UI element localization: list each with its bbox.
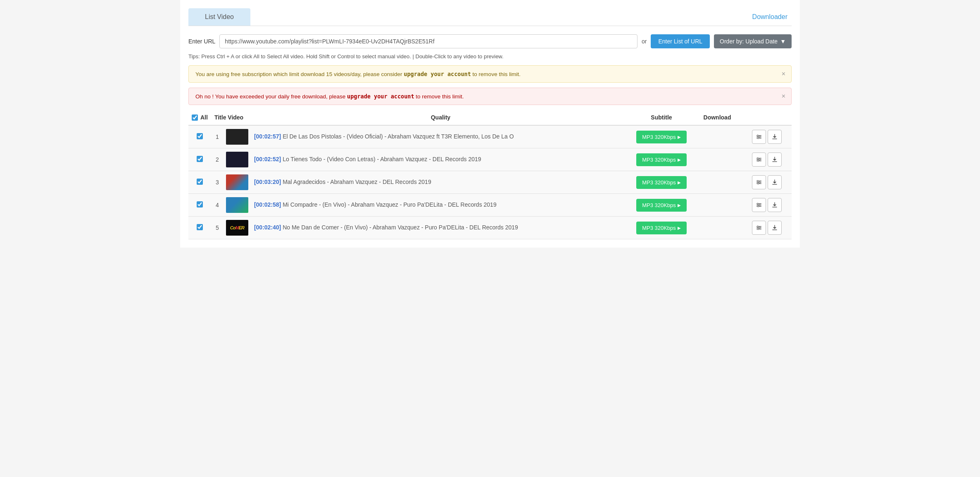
row-title[interactable]: [00:02:52] Lo Tienes Todo - (Video Con L… (251, 148, 630, 171)
quality-button[interactable]: MP3 320Kbps (636, 176, 687, 189)
row-download (742, 125, 792, 148)
svg-point-17 (758, 183, 759, 184)
row-title[interactable]: [00:02:58] Mi Compadre - (En Vivo) - Abr… (251, 194, 630, 217)
tab-list-video[interactable]: List Video (188, 8, 250, 26)
quality-button[interactable]: MP3 320Kbps (636, 199, 687, 212)
download-button[interactable] (768, 175, 782, 189)
row-subtitle (692, 194, 742, 217)
row-title[interactable]: [00:02:40] No Me Dan de Comer - (En Vivo… (251, 217, 630, 239)
danger-alert: Oh no ! You have exceeded your daily fre… (188, 88, 792, 105)
settings-button[interactable] (752, 175, 766, 189)
table-row: 2[00:02:52] Lo Tienes Todo - (Video Con … (188, 148, 792, 171)
svg-point-29 (758, 229, 759, 230)
enter-list-button[interactable]: Enter List of URL (651, 34, 710, 48)
row-title-link[interactable]: [00:02:52] (254, 156, 281, 162)
tips-text: Tips: Press Ctrl + A or click All to Sel… (188, 53, 792, 60)
row-checkbox-cell (188, 125, 211, 148)
row-checkbox[interactable] (197, 156, 203, 162)
url-input[interactable] (219, 34, 637, 48)
row-subtitle (692, 125, 742, 148)
th-subtitle: Subtitle (630, 110, 692, 125)
settings-button[interactable] (752, 198, 766, 212)
row-checkbox-cell (188, 171, 211, 194)
th-download: Download (692, 110, 742, 125)
quality-button[interactable]: MP3 320Kbps (636, 222, 687, 234)
or-text: or (642, 38, 647, 45)
row-title-link[interactable]: [00:03:20] (254, 179, 281, 185)
row-subtitle (692, 217, 742, 239)
danger-text-bold[interactable]: upgrade your account (347, 93, 414, 100)
select-all-checkbox[interactable] (192, 114, 198, 121)
row-number: 3 (211, 171, 224, 194)
tab-downloader[interactable]: Downloader (736, 8, 792, 26)
th-quality: Quality (251, 110, 630, 125)
row-subtitle (692, 171, 742, 194)
danger-text-after: to remove this limit. (414, 93, 464, 100)
row-number: 5 (211, 217, 224, 239)
download-button[interactable] (768, 221, 782, 235)
row-thumbnail (224, 148, 251, 171)
settings-button[interactable] (752, 221, 766, 235)
app-container: List Video Downloader Enter URL or Enter… (180, 0, 800, 248)
svg-point-10 (759, 159, 760, 160)
row-checkbox[interactable] (197, 133, 203, 139)
row-title[interactable]: [00:02:57] El De Las Dos Pistolas - (Vid… (251, 125, 630, 148)
row-number: 2 (211, 148, 224, 171)
svg-point-9 (757, 157, 759, 159)
row-quality: MP3 320Kbps (630, 194, 692, 217)
settings-button[interactable] (752, 130, 766, 144)
quality-button[interactable]: MP3 320Kbps (636, 153, 687, 166)
table-row: 4[00:02:58] Mi Compadre - (En Vivo) - Ab… (188, 194, 792, 217)
row-download (742, 194, 792, 217)
settings-button[interactable] (752, 153, 766, 167)
url-row: Enter URL or Enter List of URL Order by:… (188, 34, 792, 48)
svg-point-22 (759, 205, 760, 206)
th-checkbox: All (188, 110, 211, 125)
warning-alert: You are using free subscription which li… (188, 65, 792, 83)
svg-point-15 (757, 180, 759, 181)
row-checkbox[interactable] (197, 179, 203, 185)
download-button[interactable] (768, 130, 782, 144)
row-title-link[interactable]: [00:02:40] (254, 224, 281, 231)
warning-text-before: You are using free subscription which li… (195, 71, 404, 77)
svg-point-4 (759, 136, 760, 138)
url-label: Enter URL (188, 38, 215, 45)
th-title: Title Video (211, 110, 251, 125)
row-number: 1 (211, 125, 224, 148)
table-row: 1[00:02:57] El De Las Dos Pistolas - (Vi… (188, 125, 792, 148)
row-checkbox[interactable] (197, 201, 203, 207)
row-thumbnail (224, 171, 251, 194)
tab-bar: List Video Downloader (188, 8, 792, 26)
row-thumbnail (224, 194, 251, 217)
row-thumbnail (224, 125, 251, 148)
download-button[interactable] (768, 153, 782, 167)
chevron-down-icon: ▼ (780, 38, 786, 45)
row-number: 4 (211, 194, 224, 217)
warning-close-button[interactable]: × (782, 70, 785, 78)
svg-point-23 (758, 206, 759, 207)
download-button[interactable] (768, 198, 782, 212)
svg-point-28 (759, 227, 760, 229)
video-table: All Title Video Quality Subtitle Downloa… (188, 110, 792, 239)
row-title-link[interactable]: [00:02:58] (254, 201, 281, 208)
danger-close-button[interactable]: × (782, 93, 785, 100)
row-checkbox-cell (188, 194, 211, 217)
all-label: All (200, 114, 208, 121)
svg-point-11 (758, 160, 759, 162)
row-quality: MP3 320Kbps (630, 125, 692, 148)
row-thumbnail: CoMER (224, 217, 251, 239)
quality-button[interactable]: MP3 320Kbps (636, 131, 687, 143)
row-quality: MP3 320Kbps (630, 148, 692, 171)
svg-point-21 (757, 203, 759, 204)
row-title-link[interactable]: [00:02:57] (254, 133, 281, 140)
row-checkbox[interactable] (197, 224, 203, 230)
row-title[interactable]: [00:03:20] Mal Agradecidos - Abraham Vaz… (251, 171, 630, 194)
table-row: 3[00:03:20] Mal Agradecidos - Abraham Va… (188, 171, 792, 194)
warning-text-after: to remove this limit. (471, 71, 521, 77)
warning-text-bold[interactable]: upgrade your account (404, 71, 471, 77)
svg-point-5 (758, 138, 759, 139)
row-download (742, 171, 792, 194)
table-row: 5 CoMER [00:02:40] No Me Dan de Comer - … (188, 217, 792, 239)
order-by-button[interactable]: Order by: Upload Date ▼ (714, 34, 792, 48)
row-download (742, 217, 792, 239)
